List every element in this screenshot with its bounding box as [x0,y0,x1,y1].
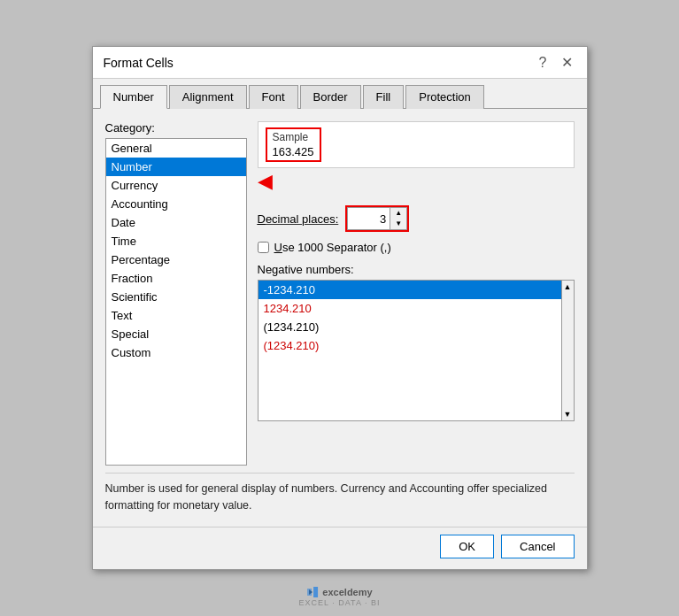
tab-protection[interactable]: Protection [405,85,484,109]
watermark: exceldemy EXCEL · DATA · BI [299,586,381,607]
main-row: Category: General Number Currency Accoun… [105,121,575,466]
tabs-bar: Number Alignment Font Border Fill Protec… [93,79,587,109]
close-button[interactable]: ✕ [558,54,576,71]
sample-box: Sample 163.425 [266,127,321,162]
dialog-title: Format Cells [104,56,174,70]
sample-container: Sample 163.425 [258,121,575,168]
exceldemy-name: exceldemy [322,587,372,597]
list-item[interactable]: Accounting [106,195,246,213]
list-item[interactable]: (1234.210) [258,336,561,355]
negative-label: Negative numbers: [258,263,575,276]
decimal-row: Decimal places: ▲ ▼ [258,205,575,232]
sample-value: 163.425 [273,145,314,158]
decimal-label: Decimal places: [258,212,339,226]
cancel-button[interactable]: Cancel [501,535,574,558]
ok-button[interactable]: OK [440,535,494,558]
negative-list[interactable]: -1234.210 1234.210 (1234.210) (1234.210) [258,280,562,421]
spinner-down-button[interactable]: ▼ [390,219,406,229]
category-list[interactable]: General Number Currency Accounting Date … [105,138,247,466]
list-item[interactable]: Number [106,158,246,176]
list-item[interactable]: Date [106,213,246,232]
description-text: Number is used for general display of nu… [105,473,575,518]
exceldemy-sub: EXCEL · DATA · BI [299,598,381,607]
list-item[interactable]: Scientific [106,288,246,306]
separator-checkbox[interactable] [258,242,269,253]
title-bar: Format Cells ? ✕ [93,47,587,79]
tab-alignment[interactable]: Alignment [169,85,247,109]
list-item[interactable]: Fraction [106,269,246,288]
title-icons: ? ✕ [536,54,576,71]
list-item[interactable]: Time [106,232,246,250]
tab-font[interactable]: Font [249,85,298,109]
list-item[interactable]: Special [106,325,246,343]
spinner-up-button[interactable]: ▲ [390,208,406,219]
exceldemy-icon [306,586,319,598]
exceldemy-logo: exceldemy [299,586,381,598]
list-item[interactable]: Percentage [106,250,246,269]
format-cells-dialog: Format Cells ? ✕ Number Alignment Font B… [92,46,588,570]
negative-section: Negative numbers: -1234.210 1234.210 (12… [258,263,575,421]
list-item[interactable]: Custom [106,343,246,362]
dialog-footer: OK Cancel [93,527,587,569]
help-button[interactable]: ? [536,55,551,71]
arrow-icon: ◀ [258,170,273,193]
tab-number[interactable]: Number [100,85,167,109]
list-item[interactable]: Currency [106,176,246,195]
right-panel: Sample 163.425 ◀ Decimal places: [258,121,575,466]
svg-rect-1 [313,587,318,597]
category-panel: Category: General Number Currency Accoun… [105,121,247,466]
separator-label[interactable]: Use 1000 Separator (,) [274,241,391,254]
neg-list-scrollup[interactable]: ▲ [562,281,574,293]
list-item[interactable]: Text [106,306,246,325]
category-label: Category: [105,121,247,135]
list-item[interactable]: General [106,139,246,158]
sample-label: Sample [273,131,314,143]
spinner-buttons: ▲ ▼ [390,207,407,230]
list-item[interactable]: (1234.210) [258,318,561,336]
tab-border[interactable]: Border [300,85,361,109]
decimal-input[interactable] [347,207,390,230]
neg-list-scrolldown[interactable]: ▼ [562,408,574,420]
tab-fill[interactable]: Fill [363,85,405,109]
list-item[interactable]: -1234.210 [258,281,561,299]
list-item[interactable]: 1234.210 [258,299,561,318]
spinner-container: ▲ ▼ [345,205,409,232]
dialog-content: Category: General Number Currency Accoun… [93,109,587,527]
separator-row: Use 1000 Separator (,) [258,241,575,254]
